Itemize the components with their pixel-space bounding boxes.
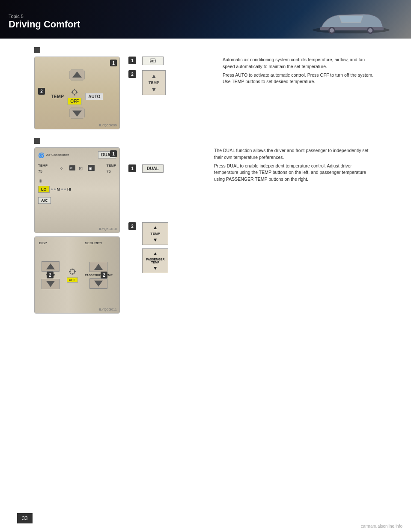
panel-bg-1: TEMP OFF AUTO (35, 57, 119, 129)
section-2-desc: The DUAL function allows the driver and … (214, 147, 377, 186)
dot-3 (61, 188, 63, 190)
temp-left-group: TEMP 75 (38, 162, 48, 174)
page-number: 33 (17, 513, 33, 523)
driver-temp-col: 2 TEMP (42, 261, 60, 289)
callout-temp-badge: 2 (128, 222, 136, 230)
pass-badge-2-left: 2 (47, 272, 54, 278)
fan-off-button[interactable]: OFF (67, 88, 82, 105)
temp-up-icon: ▲ (151, 72, 157, 79)
callout-2-temp: 2 ▲ TEMP ▼ (128, 70, 214, 95)
ac-tag[interactable]: A/C (38, 197, 51, 204)
section-2-text: The DUAL function allows the driver and … (214, 147, 377, 183)
section-1-mark (34, 47, 377, 53)
section-1: TEMP OFF AUTO (34, 47, 377, 129)
passenger-temp-controls: PASSENGER TEMP (85, 262, 113, 289)
watermark: carmanualsonline.info (361, 524, 402, 529)
svg-text:⟡: ⟡ (60, 166, 63, 171)
svg-marker-33 (94, 281, 103, 287)
dot-1 (51, 188, 53, 190)
ac-icon-group: 🌀 Air Conditioner (38, 152, 69, 158)
fan-speed-row: ⊕ (38, 177, 116, 183)
header-text: Topic 5 Driving Comfort (0, 9, 89, 35)
temp-callout-label: TEMP (149, 81, 159, 85)
svg-text:AUTO: AUTO (150, 60, 156, 63)
car-image (308, 6, 394, 36)
driver-temp-down-icon: ▼ (153, 237, 158, 243)
passenger-temp-col: 2 PASSENGER TEMP (85, 262, 113, 289)
controls-row: TEMP OFF AUTO (35, 88, 119, 105)
passenger-temp-callout: ▲ PASSENGERTEMP ▼ (142, 248, 168, 273)
temp-down-icon: ▼ (151, 86, 157, 93)
temp-callouts-group: ▲ TEMP ▼ ▲ PASSENGERTEMP ▼ (142, 222, 168, 273)
passenger-temp-down-icon: ▼ (153, 265, 158, 271)
callout-dual: 1 DUAL (128, 164, 206, 173)
section-1-callouts: 1 AUTO 2 ▲ TEMP ▼ (128, 57, 214, 95)
corner-badge-2: 2 (38, 88, 45, 95)
auto-label[interactable]: AUTO (85, 93, 103, 100)
svg-text:⊕: ⊕ (39, 178, 42, 183)
disp-label: DISP (39, 241, 47, 245)
section-2-mark (34, 138, 377, 144)
passenger-up-btn[interactable] (89, 262, 107, 272)
ac-top-row: 🌀 Air Conditioner DUAL (38, 151, 116, 158)
ac-dual-diagram: 🌀 Air Conditioner DUAL TEMP (34, 147, 120, 233)
svg-text:▣: ▣ (89, 166, 92, 170)
svg-text:≈: ≈ (70, 166, 73, 170)
dot-2 (54, 188, 56, 190)
m-label: M (57, 187, 60, 191)
callout-badge-1: 1 (128, 57, 136, 64)
pass-badge-2-right: 2 (101, 272, 107, 278)
driver-up-btn[interactable] (42, 261, 60, 272)
auto-callout-box: AUTO (142, 57, 164, 65)
callout-1-auto: 1 AUTO (128, 57, 214, 65)
hi-label: HI (67, 187, 71, 191)
svg-marker-32 (94, 264, 103, 270)
svg-marker-25 (46, 263, 55, 269)
diagram-1-id: ILYQ5G009 (99, 123, 117, 127)
pass-panel-bg: DISP SECURITY 2 TEMP (35, 237, 119, 313)
section-mark-1 (34, 47, 40, 53)
section-1-diagram-row: TEMP OFF AUTO (34, 57, 377, 129)
passenger-temp-up-icon: ▲ (153, 251, 158, 257)
diagrams-col: 🌀 Air Conditioner DUAL TEMP (34, 147, 120, 314)
callout-dual-badge: 1 (128, 164, 136, 172)
off-center-label[interactable]: OFF (67, 277, 78, 283)
dot-4 (64, 188, 66, 190)
driver-temp-callout-label: TEMP (151, 232, 160, 236)
section-1-text: Automatic air conditioning system contro… (223, 57, 377, 85)
svg-marker-26 (46, 281, 55, 287)
lo-btn[interactable]: LO (38, 186, 50, 193)
section-mark-2 (34, 138, 40, 144)
header-banner: Topic 5 Driving Comfort (0, 0, 411, 39)
passenger-down-btn[interactable] (89, 278, 107, 289)
callout-badge-2: 2 (128, 70, 136, 78)
security-label: SECURITY (85, 241, 102, 245)
callout-temp-item: 2 ▲ TEMP ▼ ▲ PASSENGERTEMP (128, 222, 206, 273)
off-label: OFF (67, 98, 82, 105)
driver-temp-callout: ▲ TEMP ▼ (142, 222, 168, 245)
temp-off-auto-diagram: TEMP OFF AUTO (34, 57, 120, 129)
lo-hi-row: LO M HI (38, 186, 116, 193)
svg-point-5 (368, 28, 372, 33)
callout-dual-item: 1 DUAL (128, 164, 206, 173)
dual-callout-box: DUAL (142, 164, 164, 173)
main-content: TEMP OFF AUTO (0, 39, 411, 331)
topic-title: Driving Comfort (9, 19, 80, 30)
corner-badge-1: 1 (110, 60, 117, 66)
section-1-desc: Automatic air conditioning system contro… (223, 57, 377, 89)
driver-down-btn[interactable] (42, 279, 60, 289)
ac-icon-label: Air Conditioner (46, 153, 69, 157)
corner-badge-ac-1: 1 (110, 150, 117, 157)
center-col: OFF (67, 268, 78, 283)
passenger-temp-label: PASSENGER TEMP (85, 274, 113, 277)
topic-number: Topic 5 (9, 14, 80, 19)
section-2-callouts: 1 DUAL 2 ▲ TEMP (128, 147, 206, 273)
fan-mode-icons: ⟡ ≈ ⊡ ▣ (59, 164, 95, 171)
arrow-up-btn[interactable] (69, 69, 85, 82)
temp-row: TEMP 75 ⟡ ≈ ⊡ ▣ TEMP (38, 162, 116, 174)
svg-point-8 (72, 90, 77, 94)
arrow-down-btn[interactable] (69, 107, 85, 120)
ac-panel-bg: 🌀 Air Conditioner DUAL TEMP (35, 148, 119, 233)
passenger-panel-diagram: DISP SECURITY 2 TEMP (34, 236, 120, 314)
temp-label: TEMP (51, 94, 64, 99)
